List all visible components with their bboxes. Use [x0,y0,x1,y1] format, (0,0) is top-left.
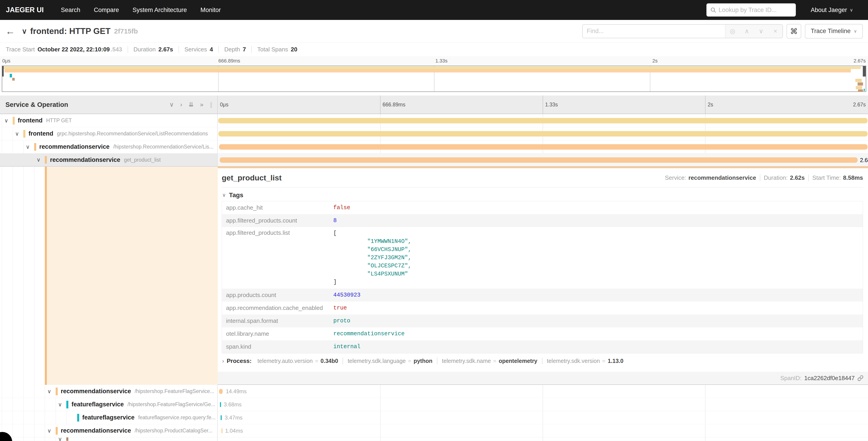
trace-view-label: Trace Timeline [811,28,850,35]
minimap-left-drag-handle[interactable] [2,66,4,77]
summary-services: Services 4 [179,46,218,53]
span-bar[interactable] [219,389,223,394]
span-service: frontend [18,117,42,124]
back-arrow-icon[interactable]: ← [5,26,15,37]
span-row-selected[interactable]: ∨ recommendationservice get_product_list… [0,153,868,167]
span-operation: /hipstershop.FeatureFlagService/Ge... [127,401,215,408]
span-row[interactable]: ∨ featureflagservice /hipstershop.Featur… [0,398,868,411]
detail-start-time: Start Time: 8.58ms [808,174,863,181]
span-bar[interactable] [220,402,221,407]
column-resize-grip[interactable]: ∥ [210,101,213,108]
ruler-tick: 2s [708,101,713,108]
chevron-down-icon[interactable]: ∨ [15,130,19,137]
trace-title: frontend: HTTP GET [30,27,111,36]
detail-span-bar-strip [218,167,868,168]
command-icon: ⌘ [790,27,798,36]
span-service: featureflagservice [71,401,124,408]
chevron-down-icon[interactable]: ∨ [37,157,41,163]
tag-row: app.recommendation.cache_enabled true [222,301,863,315]
minimap-span-bar [12,78,15,81]
span-row[interactable]: ∨ recommendationservice /hipstershop.Fea… [0,385,868,398]
summary-total-spans: Total Spans 20 [251,46,303,53]
span-bar[interactable] [220,157,858,163]
span-service: frontend [29,130,53,137]
trace-header-bar: ← ∨ frontend: HTTP GET 2f715fb ◎ ∧ ∨ × ⌘… [0,20,868,42]
span-color-swatch [66,401,68,408]
keyboard-shortcuts-button[interactable]: ⌘ [786,24,801,38]
span-bar[interactable] [221,428,222,433]
span-bar[interactable] [218,118,868,123]
about-jaeger-menu[interactable]: About Jaeger ∨ [811,6,853,13]
minimap-tick: 2s [652,58,657,64]
chevron-down-icon: ∨ [850,7,853,13]
trace-lookup-box [707,3,796,17]
service-operation-label: Service & Operation [5,101,68,109]
ruler-tick: 666.89ms [383,101,405,108]
app-logo[interactable]: JAEGER UI [6,6,44,14]
span-duration-label: 2.62s [860,157,868,164]
minimap-span-bar [4,69,851,72]
span-row[interactable]: ∨ recommendationservice /hipstershop.Rec… [0,140,868,153]
collapse-one-icon[interactable]: ∨ [169,101,174,108]
span-color-swatch [13,117,15,124]
trace-lookup-input[interactable] [719,6,792,13]
span-service: recommendationservice [39,143,110,150]
detail-color-accent [45,167,47,385]
focus-match-icon[interactable]: ◎ [725,25,740,38]
span-id-footer: SpanID: 1ca2262df0e18447 [218,372,868,384]
span-detail-panel: get_product_list Service: recommendation… [218,167,868,385]
span-bar[interactable] [218,131,868,137]
span-row-partial[interactable]: ∨ [0,437,868,441]
minimap-viewport[interactable] [2,66,866,92]
collapse-all-icon[interactable]: ⇊ [188,101,194,108]
span-service: recommendationservice [50,156,120,164]
minimap-right-drag-handle[interactable] [863,66,866,77]
tags-table: app.cache_hit false app.filtered_product… [222,201,863,353]
span-row[interactable]: ∨ frontend grpc.hipstershop.Recommendati… [0,127,868,140]
trace-id: 2f715fb [114,27,138,35]
chevron-down-icon[interactable]: ∨ [26,144,30,150]
span-bar[interactable] [219,144,868,150]
process-section-toggle[interactable]: › Process: telemetry.auto.version = 0.34… [222,357,863,364]
chevron-down-icon[interactable]: ∨ [4,117,8,124]
minimap-tick: 666.89ms [218,58,240,64]
span-row[interactable]: ∨ frontend HTTP GET [0,114,868,127]
span-operation: /hipstershop.FeatureFlagService... [135,388,214,394]
copy-link-icon[interactable] [857,375,864,381]
find-input[interactable] [583,25,725,38]
ruler-tick: 0μs [220,101,228,108]
clear-find-icon[interactable]: × [768,25,782,38]
minimap-tick: 0μs [2,58,10,64]
tag-row: app.products.count 44530923 [222,289,863,301]
nav-item-compare[interactable]: Compare [87,6,126,13]
span-row[interactable]: featureflagservice featureflagservice.re… [0,411,868,424]
nav-item-search[interactable]: Search [54,6,87,13]
nav-item-monitor[interactable]: Monitor [194,6,228,13]
span-operation: grpc.hipstershop.RecommendationService/L… [57,130,208,137]
chevron-down-icon[interactable]: ∨ [47,428,51,434]
chevron-down-icon[interactable]: ∨ [58,437,62,441]
chevron-down-icon[interactable]: ∨ [58,401,62,408]
span-bar[interactable] [221,415,222,420]
tags-section-toggle[interactable]: ∨ Tags [222,187,863,201]
expand-one-icon[interactable]: › [180,101,182,108]
summary-depth: Depth 7 [218,46,251,53]
span-duration-label: 3.47ms [225,414,243,421]
next-match-icon[interactable]: ∨ [754,25,768,38]
nav-item-system-architecture[interactable]: System Architecture [126,6,194,13]
expand-all-icon[interactable]: » [200,101,204,108]
detail-service: Service: recommendationservice [661,174,760,181]
trace-view-selector[interactable]: Trace Timeline ∨ [805,24,863,38]
minimap-span-bar [858,89,863,92]
span-service: recommendationservice [61,427,131,434]
chevron-down-icon[interactable]: ∨ [47,388,51,394]
span-color-swatch [34,143,36,151]
chevron-right-icon: › [222,358,224,364]
search-icon [710,7,716,13]
span-row[interactable]: ∨ recommendationservice /hipstershop.Pro… [0,424,868,437]
top-nav: JAEGER UI Search Compare System Architec… [0,0,868,20]
tag-row: internal.span.format proto [222,315,863,327]
span-service: featureflagservice [82,414,135,421]
collapse-trace-chevron-icon[interactable]: ∨ [22,27,27,35]
prev-match-icon[interactable]: ∧ [740,25,754,38]
